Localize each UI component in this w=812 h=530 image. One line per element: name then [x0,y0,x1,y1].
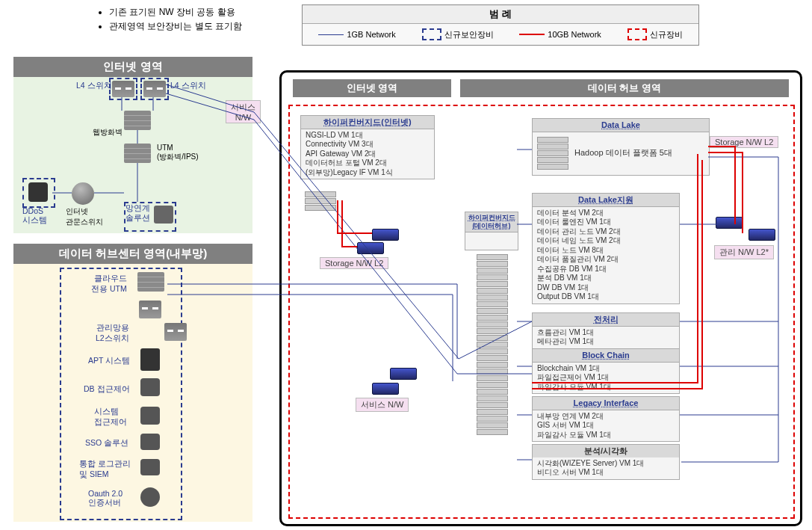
mgmt-l2-dev2 [749,229,775,241]
internet-zone-title: 인터넷 영역 [13,57,252,77]
support-l5: 데이터 품질관리 VM 2대 [537,255,675,265]
utm-label: UTM (방화벽/IPS) [157,144,199,162]
mgmt-l2-label: 관리망용 L2스위치 [96,323,129,344]
storage-l2-left-dev2 [357,242,384,254]
hci-inet-line-2: API Gateway VM 2대 [306,150,430,159]
apt-icon [140,348,160,371]
hci-inet-line-1: Connectivity VM 3대 [306,140,430,150]
oauth-label: Oauth 2.0 인증서버 [88,489,123,508]
viz-box: 분석/시각화 시각화(WIZEYE Server) VM 1대 비디오 서버 V… [532,444,680,480]
support-l8: DW DB VM 1대 [537,283,675,293]
cloud-utm-label: 클라우드 전용 UTM [91,274,127,295]
prep-l0: 흐름관리 VM 1대 [537,328,675,338]
utm-icon [124,144,151,163]
legend-10gb: 10GB Network [519,30,601,39]
bc-title: Block Chain [533,349,679,363]
l4-left-box [109,78,137,100]
datalake-title: Data Lake [533,119,709,132]
l4-right-box [140,78,169,100]
hci-datahub-servers [477,254,508,436]
datalake-body: Hadoop 데이터 플랫폼 5대 [574,148,672,158]
gateway-switch-label: 인터넷 관문스위치 [66,206,103,227]
legend-1gb: 1GB Network [318,30,395,39]
prep-title: 전처리 [533,313,679,327]
linker-label: 망연계 솔루션 [125,203,150,222]
siem-label: 통합 로그관리 및 SIEM [79,459,131,480]
bc-l2: 파일감사 모듈 VM 1대 [537,383,675,392]
db-icon [140,378,160,396]
note-2: 관제영역 보안장비는 별도 표기함 [109,20,242,33]
switch-icon [143,81,166,97]
datahub-zone-title: 데이터 허브 영역 [460,79,789,97]
support-l9: Output DB VM 1대 [537,292,675,302]
prep-box: 전처리 흐름관리 VM 1대 메타관리 VM 1대 [532,312,680,349]
datalake-box: Data Lake Hadoop 데이터 플랫폼 5대 [532,118,710,176]
bc-l0: Blockchain VM 1대 [537,364,675,374]
hci-inet-line-4: (외부망)Legacy IF VM 1식 [306,168,430,178]
ddos-label: DDoS 시스템 [22,206,47,226]
storage-nw-l2-left-tag: Storage N/W L2 [320,257,388,269]
mgmt-l2-icon [164,323,187,341]
mgmt-l2-dev1 [716,217,743,229]
web-firewall-label: 웹방화벽 [93,127,123,138]
gateway-switch-icon [72,182,94,205]
legend-newsec: 신규보안장비 [422,28,494,40]
service-nw-dev1 [390,368,417,380]
legend-newdev: 신규장비 [627,28,683,40]
viz-l1: 비디오 서버 VM 1대 [537,468,675,478]
hubcenter-zone-title: 데이터 허브센터 영역(내부망) [13,244,252,264]
storage-nw-l2-right-tag: Storage N/W L2 [710,136,778,148]
l4-left-label: L4 스위치 [76,81,112,91]
support-l3: 데이터 네임 노드 VM 2대 [537,236,675,246]
viz-l0: 시각화(WIZEYE Server) VM 1대 [537,459,675,469]
db-access-label: DB 접근제어 [84,384,130,395]
support-title: Data Lake지원 [533,194,679,207]
internet-zone-right-title: 인터넷 영역 [293,79,451,97]
hci-inet-line-0: NGSI-LD VM 1대 [306,131,430,141]
hci-inet-servers [305,191,336,212]
service-nw-dev2 [372,383,399,395]
hci-datahub-title: 하이퍼컨버지드(데이터허브) [465,212,518,232]
siem-icon [140,459,160,475]
prep-l1: 메타관리 VM 1대 [537,337,675,347]
sys-access-label: 시스템 접근제어 [94,407,127,428]
datalake-servers [537,137,568,170]
note-1: 기존 표기된 NW 장비 공동 활용 [109,6,242,19]
service-nw-mid-tag: 서비스 N/W [356,398,409,412]
bc-box: Block Chain Blockchain VM 1대 파일접근제어 VM 1… [532,348,680,394]
support-l4: 데이터 노드 VM 8대 [537,246,675,256]
support-l7: 분석 DB VM 1대 [537,274,675,283]
legacy-l0: 내부망 연계 VM 2대 [537,412,675,422]
support-l0: 데이터 분석 VM 2대 [537,209,675,218]
hci-internet-box: 하이퍼컨버지드(인터넷) NGSI-LD VM 1대 Connectivity … [300,115,435,179]
hci-internet-title: 하이퍼컨버지드(인터넷) [301,116,434,129]
apt-label: APT 시스템 [88,356,130,366]
switch-icon [112,81,134,97]
notes: 기존 표기된 NW 장비 공동 활용 관제영역 보안장비는 별도 표기함 [96,6,242,34]
legacy-box: Legacy Interface 내부망 연계 VM 2대 GIS 서버 VM … [532,396,680,442]
hci-inet-line-3: 데이터허브 포털 VM 2대 [306,158,430,168]
oauth-icon [140,487,160,507]
legend: 범 례 1GB Network 신규보안장비 10GB Network 신규장비 [302,4,699,46]
legacy-l1: GIS 서버 VM 1대 [537,421,675,431]
ddos-box [22,178,55,208]
support-l1: 데이터 룰엔진 VM 1대 [537,218,675,227]
l2-icon-1 [139,301,161,318]
support-l2: 데이터 관리 노드 VM 2대 [537,227,675,237]
l4-right-label: L4 스위치 [170,81,206,91]
bc-l1: 파일접근제어 VM 1대 [537,373,675,383]
support-l6: 수집공유 DB VM 1대 [537,265,675,274]
legend-title: 범 례 [303,5,698,24]
support-box: Data Lake지원 데이터 분석 VM 2대 데이터 룰엔진 VM 1대 데… [532,193,680,304]
mgmt-nw-l2-tag: 관리 N/W L2* [714,245,774,259]
sso-label: SSO 솔루션 [85,438,128,449]
sso-icon [140,434,160,450]
storage-l2-left-dev1 [372,229,399,241]
viz-title: 분석/시각화 [533,445,679,457]
linker-icon [154,206,173,224]
shield-icon [28,182,48,202]
service-nw-tag-top: 서비스 N/W [226,100,261,123]
legacy-title: Legacy Interface [533,397,679,410]
cloud-utm-icon [137,272,164,292]
sys-access-icon [140,407,160,425]
